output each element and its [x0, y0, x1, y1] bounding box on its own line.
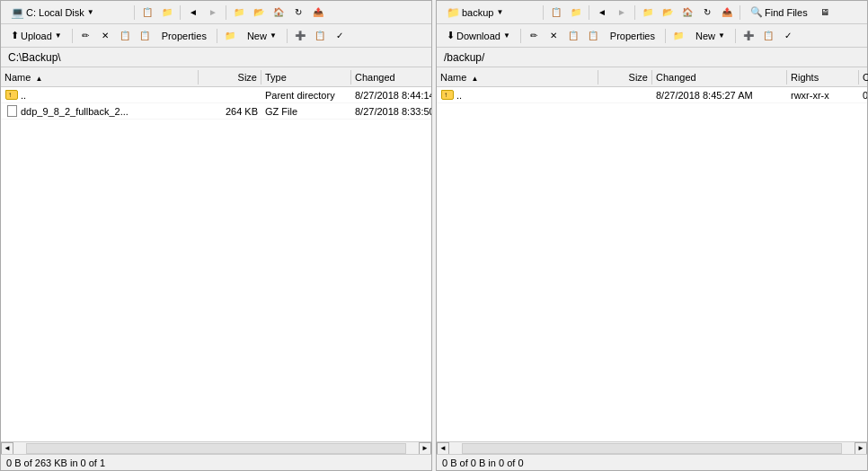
right-icon3-img: 📁 — [642, 7, 653, 17]
right-sep4 — [740, 5, 740, 20]
right-folder-up-icon-0 — [441, 90, 454, 100]
edit-pencil-icon: ✏ — [82, 31, 89, 40]
right-edit-icon[interactable]: ✏ — [525, 27, 543, 45]
right-icon6[interactable]: 🖥 — [816, 4, 834, 22]
right-sort-arrow: ▲ — [471, 75, 478, 83]
left-refresh-btn[interactable]: ↻ — [289, 4, 307, 22]
right-new-btn[interactable]: New ▼ — [689, 27, 731, 45]
left-icon7[interactable]: 📋 — [136, 27, 154, 45]
left-address-text: C:\Backup\ — [4, 50, 428, 65]
left-col-name[interactable]: Name ▲ — [1, 70, 199, 84]
left-cell-size-1: 264 KB — [199, 105, 261, 118]
right-back-btn[interactable]: ◄ — [593, 4, 611, 22]
left-properties-btn[interactable]: Properties — [155, 27, 213, 45]
left-icon6[interactable]: 📋 — [116, 27, 134, 45]
left-col-type[interactable]: Type — [261, 70, 351, 84]
find-files-btn[interactable]: 🔍 Find Files — [744, 4, 814, 22]
right-icon6-img: 🖥 — [820, 7, 829, 17]
left-icon5[interactable]: 📤 — [309, 4, 327, 22]
right-icon12[interactable]: ✓ — [779, 27, 797, 45]
right-scroll-left[interactable]: ◄ — [437, 442, 449, 455]
right-new-dropdown-icon: ▼ — [718, 31, 725, 40]
right-file-name-0: .. — [456, 90, 462, 101]
left-scroll-track[interactable] — [26, 443, 406, 454]
icon9: ➕ — [295, 31, 306, 40]
left-file-name-0: .. — [21, 90, 26, 101]
folder-up-icon-0 — [5, 90, 18, 100]
left-icon11[interactable]: ✓ — [331, 27, 349, 45]
right-cell-name-0: .. — [437, 88, 598, 102]
left-file-row-0[interactable]: .. Parent directory 8/27/2018 8:44:14 AM — [1, 87, 431, 103]
right-icon10[interactable]: ➕ — [740, 27, 757, 45]
right-icon5-img: 📤 — [722, 7, 732, 17]
right-refresh-icon: ↻ — [704, 7, 711, 17]
left-toolbar-icon1[interactable]: 📋 — [138, 4, 156, 22]
right-col-owner-label: Own... — [863, 72, 868, 83]
right-delete-btn[interactable]: ✕ — [545, 27, 562, 45]
left-scrollbar[interactable]: ◄ ► — [1, 441, 431, 454]
icon7: 📋 — [139, 31, 150, 40]
right-properties-label: Properties — [610, 31, 655, 41]
icon8: 📁 — [225, 31, 235, 40]
download-btn[interactable]: ⬇ Download ▼ — [440, 27, 517, 45]
right-sep5 — [520, 29, 521, 43]
right-properties-btn[interactable]: Properties — [604, 27, 661, 45]
upload-btn[interactable]: ⬆ Upload ▼ — [4, 27, 68, 45]
right-col-size[interactable]: Size — [598, 70, 652, 84]
left-delete-btn[interactable]: ✕ — [96, 27, 114, 45]
right-icon4[interactable]: 📂 — [659, 4, 677, 22]
right-forward-btn[interactable]: ► — [613, 4, 631, 22]
left-icon3[interactable]: 📁 — [230, 4, 248, 22]
right-scroll-right[interactable]: ► — [855, 442, 867, 455]
right-col-changed[interactable]: Changed — [652, 70, 787, 84]
right-file-rights-0: rwxr-xr-x — [791, 90, 829, 101]
right-icon12-img: ✓ — [784, 31, 792, 40]
right-file-row-0[interactable]: .. 8/27/2018 8:45:27 AM rwxr-xr-x 0 — [437, 87, 867, 103]
right-col-changed-label: Changed — [656, 72, 696, 83]
right-drive-selector[interactable]: 📁 backup ▼ — [440, 4, 539, 22]
right-scrollbar[interactable]: ◄ ► — [437, 441, 867, 454]
right-icon5[interactable]: 📤 — [718, 4, 736, 22]
left-file-row-1[interactable]: ddp_9_8_2_fullback_2... 264 KB GZ File 8… — [1, 103, 431, 120]
right-home-btn[interactable]: 🏠 — [678, 4, 696, 22]
left-back-btn[interactable]: ◄ — [184, 4, 202, 22]
right-refresh-btn[interactable]: ↻ — [698, 4, 716, 22]
left-toolbar-icon2[interactable]: 📁 — [158, 4, 176, 22]
left-icon9[interactable]: ➕ — [291, 27, 309, 45]
left-edit-icon[interactable]: ✏ — [76, 27, 94, 45]
left-cell-type-1: GZ File — [261, 105, 351, 118]
right-icon11[interactable]: 📋 — [759, 27, 777, 45]
left-icon8[interactable]: 📁 — [221, 27, 239, 45]
left-status-text: 0 B of 263 KB in 0 of 1 — [6, 458, 105, 468]
sep4 — [72, 29, 73, 43]
left-cell-size-0 — [199, 94, 261, 96]
right-icon8[interactable]: 📋 — [584, 27, 602, 45]
left-scroll-right[interactable]: ► — [419, 442, 431, 455]
right-icon7[interactable]: 📋 — [564, 27, 582, 45]
left-icon4[interactable]: 📂 — [250, 4, 268, 22]
right-icon9[interactable]: 📁 — [669, 27, 687, 45]
left-file-type-0: Parent directory — [265, 90, 335, 101]
upload-label: Upload — [21, 31, 52, 41]
left-cell-changed-1: 8/27/2018 8:33:50 AM — [351, 105, 431, 118]
right-scroll-track[interactable] — [462, 443, 842, 454]
right-cell-owner-0: 0 — [859, 89, 867, 102]
right-col-owner[interactable]: Own... — [859, 70, 868, 84]
right-icon3[interactable]: 📁 — [639, 4, 657, 22]
right-icon4-img: 📂 — [662, 7, 673, 17]
right-toolbar-icon1[interactable]: 📋 — [547, 4, 565, 22]
left-icon10[interactable]: 📋 — [311, 27, 329, 45]
left-forward-btn[interactable]: ► — [204, 4, 222, 22]
right-sep6 — [665, 29, 666, 43]
left-drive-selector[interactable]: 💻 C: Local Disk ▼ — [4, 4, 130, 22]
right-file-owner-0: 0 — [863, 90, 867, 101]
right-sep2 — [589, 5, 589, 20]
right-col-rights[interactable]: Rights — [787, 70, 859, 84]
left-new-btn[interactable]: New ▼ — [241, 27, 283, 45]
right-col-name[interactable]: Name ▲ — [437, 70, 598, 84]
download-label: Download — [456, 31, 500, 41]
left-col-size[interactable]: Size — [199, 70, 261, 84]
left-scroll-left[interactable]: ◄ — [1, 442, 13, 455]
right-toolbar-icon2[interactable]: 📁 — [567, 4, 585, 22]
left-home-btn[interactable]: 🏠 — [270, 4, 288, 22]
